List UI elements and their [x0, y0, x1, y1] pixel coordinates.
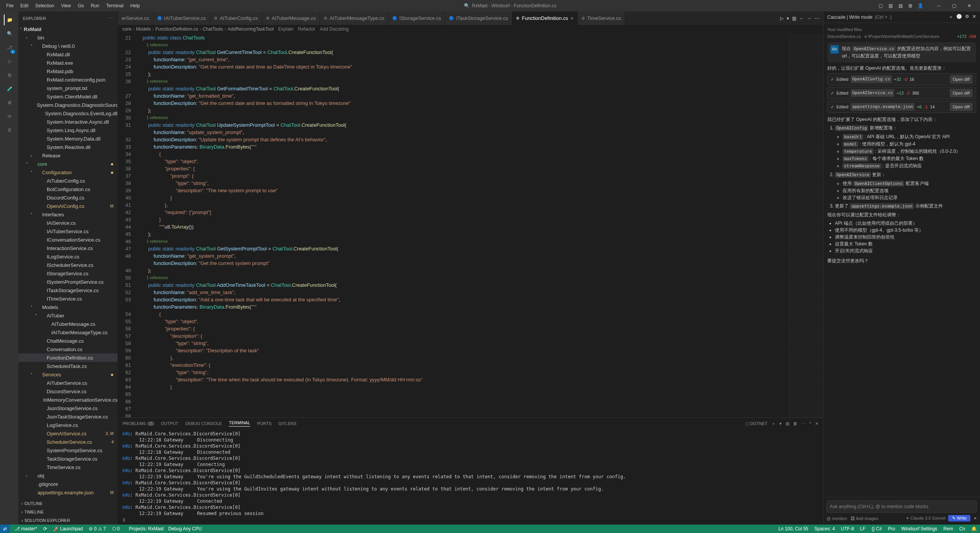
customize-layout-icon[interactable]: ⊞: [907, 3, 913, 9]
tree-item[interactable]: AITuberService.cs: [18, 379, 118, 387]
close-icon[interactable]: ×: [570, 15, 573, 21]
code-editor[interactable]: 21 2223242526 2728293031 323334353637383…: [118, 33, 823, 417]
tree-item[interactable]: AITuberMessage.cs: [18, 320, 118, 328]
tree-item[interactable]: System.Reactive.dll: [18, 143, 118, 151]
panel-toggle-icon[interactable]: ▥: [887, 3, 893, 9]
tree-item[interactable]: IAIService.cs: [18, 219, 118, 227]
tree-item[interactable]: DiscordConfig.cs: [18, 193, 118, 202]
section-outline[interactable]: ›Outline: [18, 499, 118, 508]
close-button[interactable]: ✕: [962, 0, 977, 11]
codelens-refactor[interactable]: Refactor: [298, 26, 315, 32]
status-item[interactable]: {} C#: [872, 526, 882, 531]
menu-view[interactable]: View: [58, 2, 74, 10]
tree-item[interactable]: System.Diagnostics.EventLog.dll: [18, 109, 118, 118]
tree-item[interactable]: ˅Models: [18, 303, 118, 311]
tree-item[interactable]: TimeService.cs: [18, 463, 118, 471]
tree-item[interactable]: OpenAIService.cs3, M: [18, 429, 118, 438]
tree-item[interactable]: OpenAIConfig.csM: [18, 202, 118, 210]
editor-tab[interactable]: 🔵IAITuberService.cs: [154, 11, 210, 25]
tree-item[interactable]: ISystemPromptService.cs: [18, 278, 118, 286]
new-chat-icon[interactable]: ＋: [949, 14, 953, 20]
status-item[interactable]: Windsurf Settings: [901, 526, 937, 531]
tree-item[interactable]: AITuberConfig.cs: [18, 177, 118, 185]
tree-item[interactable]: InMemoryConversationService.cs: [18, 396, 118, 404]
nav-back-icon[interactable]: ←: [799, 16, 804, 21]
history-icon[interactable]: 🕘: [956, 14, 962, 20]
tree-item[interactable]: TaskStorageService.cs: [18, 455, 118, 463]
minimap[interactable]: [789, 33, 823, 417]
tree-root[interactable]: ˅ RxMaid: [18, 25, 118, 33]
titlebar-center[interactable]: 🔍 RxMaid - Windsurf - FunctionDefinition…: [143, 3, 877, 8]
status-item[interactable]: 🚀 Launchpad: [53, 526, 83, 531]
nav-fwd-icon[interactable]: →: [807, 16, 812, 21]
search-icon[interactable]: 🔍: [4, 28, 15, 39]
section-solution-explorer[interactable]: ›Solution Explorer: [18, 516, 118, 525]
panel-tab-gitlens[interactable]: GitLens: [278, 421, 296, 426]
editor-tab[interactable]: ⚙AITuberMessageType.cs: [320, 11, 389, 25]
mention-button[interactable]: @ mention: [826, 516, 847, 521]
run-icon[interactable]: ▷: [780, 16, 784, 21]
refresh-icon[interactable]: ⟳: [4, 111, 15, 122]
debug-config[interactable]: Debug Any CPU: [168, 526, 202, 531]
status-item[interactable]: Ln 100, Col 55: [778, 526, 808, 531]
status-item[interactable]: UTF-8: [841, 526, 854, 531]
menu-file[interactable]: File: [3, 2, 16, 10]
tree-item[interactable]: IConversationService.cs: [18, 235, 118, 244]
tree-item[interactable]: ›obj: [18, 471, 118, 480]
breadcrumb-item[interactable]: ChatTools: [203, 26, 223, 32]
run-icon[interactable]: ▷: [4, 56, 15, 67]
editor-tab[interactable]: erService.cs: [118, 11, 154, 25]
maximize-button[interactable]: ▢: [946, 0, 962, 11]
open-diff-button[interactable]: Open diff: [950, 103, 973, 111]
tree-item[interactable]: JsonTaskStorageService.cs: [18, 412, 118, 421]
code-content[interactable]: public static class ChatTools 1 referenc…: [137, 33, 789, 417]
extensions-icon[interactable]: ⊞: [4, 70, 15, 80]
status-item[interactable]: ⎇ master*: [15, 526, 37, 531]
open-diff-button[interactable]: Open diff: [950, 75, 973, 83]
minimize-button[interactable]: ─: [931, 0, 946, 11]
tree-item[interactable]: ˅Services●: [18, 370, 118, 379]
panel-tab-debug-console[interactable]: Debug Console: [185, 421, 222, 426]
model-selector[interactable]: ✦ Claude 3.5 Sonnet: [906, 516, 945, 521]
trash-icon[interactable]: 🗑: [793, 421, 797, 426]
remote-indicator[interactable]: ⇄: [0, 525, 10, 533]
layout-icon[interactable]: ▢: [877, 3, 884, 9]
split-icon[interactable]: ▥: [792, 16, 796, 21]
menu-go[interactable]: Go: [75, 2, 87, 10]
database-icon[interactable]: 🛢: [4, 125, 15, 136]
settings-icon[interactable]: ⚙: [965, 14, 969, 20]
dropdown-icon[interactable]: ▾: [787, 16, 789, 21]
tree-item[interactable]: ˅Interfaces: [18, 210, 118, 219]
tree-item[interactable]: ILogService.cs: [18, 252, 118, 261]
tree-item[interactable]: IAITuberService.cs: [18, 227, 118, 235]
breadcrumb-item[interactable]: core: [122, 26, 131, 32]
menu-help[interactable]: Help: [127, 2, 143, 10]
test-icon[interactable]: 🧪: [4, 83, 15, 94]
status-item[interactable]: Spaces: 4: [814, 526, 835, 531]
panel-tab-terminal[interactable]: Terminal: [229, 420, 250, 427]
status-item[interactable]: LF: [860, 526, 866, 531]
tree-item[interactable]: IAITuberMessageType.cs: [18, 328, 118, 337]
tree-item[interactable]: appsettings.example.jsonM: [18, 488, 118, 497]
tree-item[interactable]: .gitignore: [18, 480, 118, 488]
tree-item[interactable]: System.Linq.Async.dll: [18, 126, 118, 134]
status-item[interactable]: Rem: [943, 526, 953, 531]
menu-edit[interactable]: Edit: [17, 2, 31, 10]
explorer-icon[interactable]: 📁: [4, 15, 15, 25]
tree-item[interactable]: Conversation.cs: [18, 345, 118, 353]
tree-item[interactable]: ChatMessage.cs: [18, 337, 118, 345]
editor-tab[interactable]: 🔵ITaskStorageService.cs: [445, 11, 512, 25]
more-icon[interactable]: ⋯: [815, 16, 819, 21]
editor-tab[interactable]: ⚙AITuberConfig.cs: [210, 11, 262, 25]
editor-tab[interactable]: ⚙AITuberMessage.cs: [262, 11, 320, 25]
breadcrumb-item[interactable]: Models: [136, 26, 151, 32]
tree-item[interactable]: ITimeService.cs: [18, 294, 118, 303]
panel-tab-problems[interactable]: Problems7: [122, 421, 154, 426]
status-item[interactable]: ⟳: [43, 526, 47, 531]
scm-icon[interactable]: ⎇1: [4, 42, 15, 53]
close-icon[interactable]: ✕: [972, 14, 976, 20]
remote-icon[interactable]: 🖥: [4, 97, 15, 108]
tree-item[interactable]: SchedulerService.cs4: [18, 438, 118, 446]
tree-item[interactable]: ITaskStorageService.cs: [18, 286, 118, 294]
status-item[interactable]: Cn: [959, 526, 965, 531]
